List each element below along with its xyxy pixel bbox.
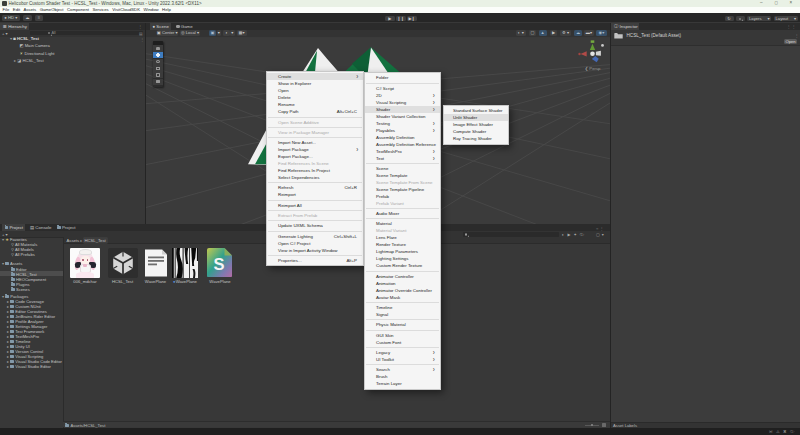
svg-text:S: S [213,254,224,272]
svg-text:❮ Persp: ❮ Persp [585,66,601,71]
